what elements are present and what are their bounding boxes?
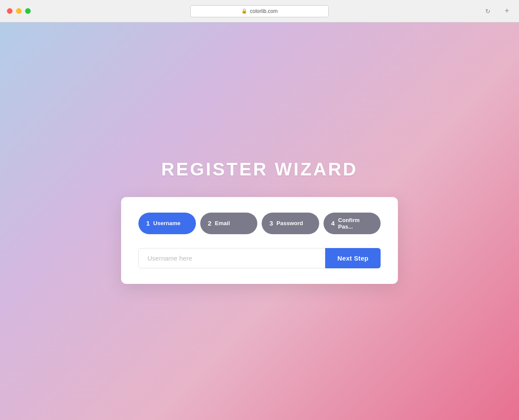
page-center: REGISTER WIZARD 1 Username 2 Email 3 Pas… [121, 159, 398, 284]
username-input[interactable] [138, 248, 325, 268]
minimize-button[interactable] [16, 8, 22, 14]
step-1-label: Username [153, 220, 180, 226]
next-step-button[interactable]: Next Step [325, 248, 381, 268]
new-tab-button[interactable]: + [502, 6, 512, 16]
step-1[interactable]: 1 Username [138, 213, 196, 234]
step-2[interactable]: 2 Email [200, 213, 258, 234]
lock-icon: 🔒 [241, 8, 247, 14]
wizard-card: 1 Username 2 Email 3 Password 4 Confirm … [121, 197, 398, 284]
step-2-label: Email [215, 220, 230, 226]
fullscreen-button[interactable] [25, 8, 31, 14]
input-row: Next Step [138, 248, 381, 268]
url-text: colorlib.com [250, 8, 278, 14]
step-4-label: Confirm Pas... [338, 217, 373, 230]
page-title: REGISTER WIZARD [161, 159, 358, 180]
close-button[interactable] [7, 8, 13, 14]
browser-chrome: 🔒 colorlib.com ↻ + [0, 0, 519, 22]
step-3-number: 3 [269, 220, 273, 227]
address-bar[interactable]: 🔒 colorlib.com [190, 5, 329, 17]
step-3[interactable]: 3 Password [262, 213, 319, 234]
step-4-number: 4 [331, 220, 335, 227]
refresh-button[interactable]: ↻ [483, 6, 493, 16]
step-2-number: 2 [208, 220, 211, 227]
step-1-number: 1 [146, 220, 150, 227]
steps-row: 1 Username 2 Email 3 Password 4 Confirm … [138, 213, 381, 234]
step-3-label: Password [276, 220, 303, 226]
step-4[interactable]: 4 Confirm Pas... [324, 213, 381, 234]
browser-content: REGISTER WIZARD 1 Username 2 Email 3 Pas… [0, 22, 519, 420]
traffic-lights [7, 8, 31, 14]
